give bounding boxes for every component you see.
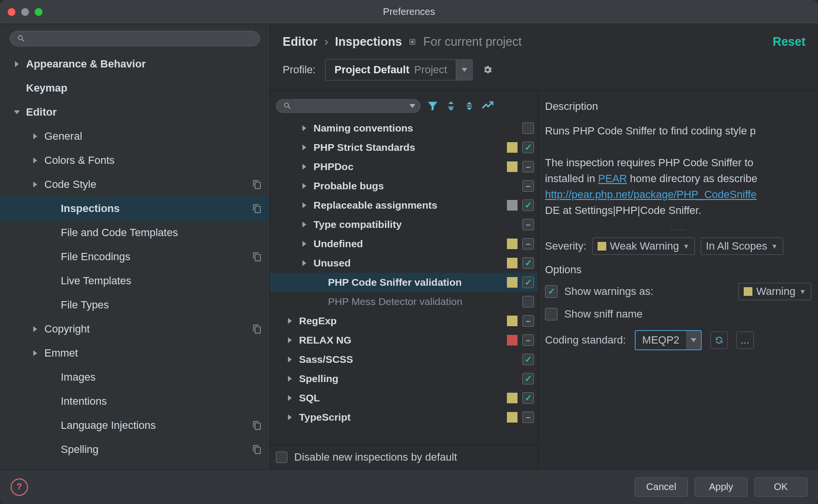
inspection-checkbox[interactable] (522, 392, 534, 404)
minimize-window-icon[interactable] (21, 8, 29, 16)
codesniffer-url-link[interactable]: http://pear.php.net/package/PHP_CodeSnif… (545, 188, 757, 200)
tree-row-php-mess-detector-validation[interactable]: PHP Mess Detector validation (270, 292, 538, 311)
settings-sidebar: Appearance & BehaviorKeymapEditorGeneral… (0, 24, 270, 469)
inspections-tree[interactable]: Naming conventionsPHP Strict StandardsPH… (270, 119, 538, 445)
profile-dropdown-icon[interactable] (456, 60, 472, 80)
sidebar-item-emmet[interactable]: Emmet (0, 341, 270, 365)
cancel-button[interactable]: Cancel (635, 477, 688, 497)
inspection-checkbox[interactable] (522, 411, 534, 423)
inspections-tree-panel: Naming conventionsPHP Strict StandardsPH… (270, 91, 538, 469)
sidebar-item-appearance-behavior[interactable]: Appearance & Behavior (0, 52, 270, 76)
window-controls (8, 8, 42, 16)
sidebar-item-general[interactable]: General (0, 124, 270, 148)
tree-row-unused[interactable]: Unused (270, 253, 538, 273)
inspection-checkbox[interactable] (522, 373, 534, 385)
breadcrumb-editor[interactable]: Editor (283, 35, 317, 49)
tree-row-label: PHPDoc (314, 161, 354, 172)
tree-row-spelling[interactable]: Spelling (270, 369, 538, 388)
tree-row-typescript[interactable]: TypeScript (270, 408, 538, 427)
resize-handle-icon[interactable]: ..... (538, 223, 818, 234)
chevron-right-icon (299, 183, 310, 189)
sidebar-item-inspections[interactable]: Inspections (0, 197, 270, 221)
ok-button[interactable]: OK (754, 477, 807, 497)
description-section: Description Runs PHP Code Sniffer to fin… (538, 91, 818, 223)
tree-row-php-strict-standards[interactable]: PHP Strict Standards (270, 138, 538, 157)
inspection-checkbox[interactable] (522, 354, 534, 365)
refresh-button[interactable] (710, 332, 728, 349)
severity-swatch (507, 200, 518, 211)
filter-icon[interactable] (426, 100, 439, 112)
profile-row: Profile: Project Default Project (270, 53, 818, 91)
tree-row-php-code-sniffer-validation[interactable]: PHP Code Sniffer validation (270, 273, 538, 292)
pear-link[interactable]: PEAR (598, 172, 627, 185)
reset-button[interactable]: Reset (773, 35, 805, 49)
profile-select[interactable]: Project Default Project (325, 59, 473, 80)
inspection-checkbox[interactable] (522, 219, 534, 230)
coding-standard-select[interactable]: MEQP2 (635, 330, 702, 350)
tree-row-relax-ng[interactable]: RELAX NG (270, 331, 538, 350)
inspection-checkbox[interactable] (522, 277, 534, 288)
tree-row-regexp[interactable]: RegExp (270, 311, 538, 331)
breadcrumb-inspections: Inspections (335, 35, 402, 49)
sidebar-item-file-encodings[interactable]: File Encodings (0, 245, 270, 269)
inspection-checkbox[interactable] (522, 334, 534, 346)
sidebar-item-colors-fonts[interactable]: Colors & Fonts (0, 148, 270, 172)
scope-select[interactable]: In All Scopes ▼ (701, 238, 783, 255)
tree-row-undefined[interactable]: Undefined (270, 234, 538, 253)
svg-rect-1 (411, 40, 414, 43)
tree-row-probable-bugs[interactable]: Probable bugs (270, 176, 538, 196)
show-warnings-row: Show warnings as: Warning ▼ (538, 279, 818, 304)
chevron-right-icon (299, 145, 310, 150)
inspection-checkbox[interactable] (522, 142, 534, 153)
help-button[interactable]: ? (11, 478, 28, 496)
tree-row-sass-scss[interactable]: Sass/SCSS (270, 350, 538, 369)
sidebar-item-code-style[interactable]: Code Style (0, 172, 270, 197)
coding-standard-label: Coding standard: (545, 334, 626, 346)
sidebar-item-language-injections[interactable]: Language Injections (0, 413, 270, 438)
chevron-right-icon (299, 260, 310, 266)
sidebar-item-spelling[interactable]: Spelling (0, 438, 270, 462)
disable-new-row[interactable]: Disable new inspections by default (270, 445, 538, 469)
inspection-checkbox[interactable] (522, 315, 534, 327)
inspection-checkbox[interactable] (522, 122, 534, 134)
disable-new-checkbox[interactable] (276, 451, 287, 463)
chevron-right-icon (30, 326, 41, 332)
show-warnings-checkbox[interactable] (545, 285, 558, 298)
chevron-right-icon (30, 133, 41, 139)
tree-row-replaceable-assignments[interactable]: Replaceable assignments (270, 196, 538, 215)
sidebar-item-live-templates[interactable]: Live Templates (0, 269, 270, 293)
inspection-checkbox[interactable] (522, 257, 534, 269)
sidebar-item-copyright[interactable]: Copyright (0, 317, 270, 341)
search-history-dropdown-icon[interactable] (409, 104, 415, 108)
tree-row-sql[interactable]: SQL (270, 388, 538, 408)
sidebar-item-intentions[interactable]: Intentions (0, 389, 270, 413)
sidebar-item-keymap[interactable]: Keymap (0, 76, 270, 100)
close-window-icon[interactable] (8, 8, 15, 16)
browse-button[interactable]: ... (736, 332, 754, 349)
apply-button[interactable]: Apply (695, 477, 748, 497)
sidebar-item-images[interactable]: Images (0, 365, 270, 389)
tree-row-label: Unused (314, 257, 351, 269)
show-sniff-checkbox[interactable] (545, 308, 558, 320)
severity-select[interactable]: Weak Warning ▼ (592, 238, 695, 255)
inspection-checkbox[interactable] (522, 180, 534, 192)
tree-row-phpdoc[interactable]: PHPDoc (270, 157, 538, 176)
inspection-checkbox[interactable] (522, 238, 534, 250)
warning-level-select[interactable]: Warning ▼ (738, 283, 811, 300)
inspection-checkbox[interactable] (522, 296, 534, 307)
inspection-checkbox[interactable] (522, 199, 534, 211)
inspection-checkbox[interactable] (522, 161, 534, 172)
expand-all-icon[interactable] (445, 100, 457, 112)
sidebar-search-input[interactable] (10, 31, 260, 46)
tree-row-naming-conventions[interactable]: Naming conventions (270, 119, 538, 138)
collapse-all-icon[interactable] (463, 100, 476, 112)
tree-search-input[interactable] (276, 99, 421, 113)
sidebar-item-file-types[interactable]: File Types (0, 293, 270, 317)
sidebar-item-editor[interactable]: Editor (0, 100, 270, 124)
gear-icon[interactable] (482, 65, 493, 75)
reset-defaults-icon[interactable] (481, 100, 494, 112)
zoom-window-icon[interactable] (35, 8, 42, 16)
tree-row-type-compatibility[interactable]: Type compatibility (270, 215, 538, 234)
tree-row-label: Type compatibility (314, 219, 402, 230)
sidebar-item-file-and-code-templates[interactable]: File and Code Templates (0, 221, 270, 245)
